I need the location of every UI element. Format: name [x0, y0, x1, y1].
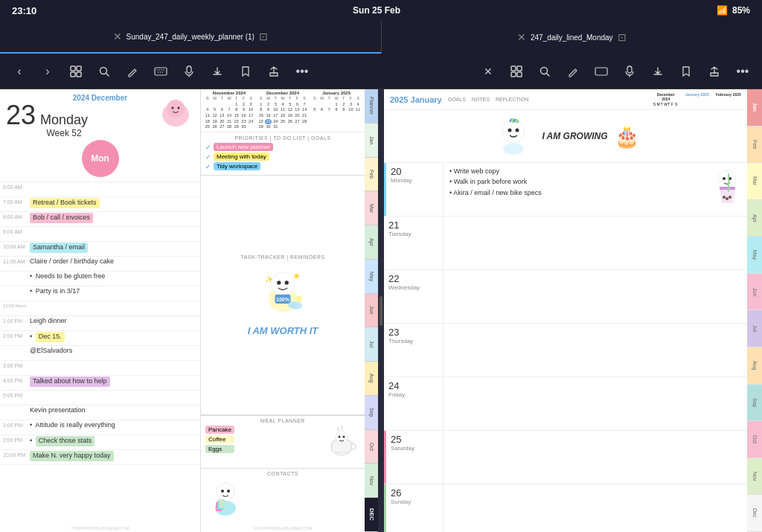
more-button-left[interactable]: •••	[289, 58, 316, 85]
edge-tab-jun[interactable]: Jun	[365, 294, 378, 328]
share-button-right[interactable]	[701, 58, 728, 85]
status-bar: 23:10 Sun 25 Feb 📶 85%	[0, 0, 762, 21]
edge-tab-aug[interactable]: Aug	[365, 362, 378, 396]
right-tab-close[interactable]: ✕	[517, 31, 526, 43]
time-entry-900: 9:00 AM	[0, 227, 200, 242]
time-label: 7:00 AM	[3, 198, 30, 205]
task-tracker-character: 100% ✨ ⭐	[257, 263, 309, 322]
talked-highlight: Talked about how to help	[30, 376, 110, 387]
day-label-saturday: 25 Saturday	[384, 431, 444, 484]
nav-goals[interactable]: GOALS	[448, 97, 466, 102]
edge-tab-nov[interactable]: Nov	[365, 464, 378, 498]
right-edge-tab-feb[interactable]: Feb	[747, 126, 762, 164]
daily-week: Week 52	[40, 128, 88, 138]
pen-button-right[interactable]	[560, 58, 586, 85]
search-button-left[interactable]	[91, 58, 118, 85]
keyboard-button-right[interactable]	[588, 58, 615, 85]
right-edge-tab-oct[interactable]: Oct	[747, 421, 762, 458]
download-button-right[interactable]	[644, 58, 671, 85]
time-content-talked: Talked about how to help	[30, 376, 197, 387]
bookmark-button-left[interactable]	[232, 58, 259, 85]
right-edge-tab-jul[interactable]: Jul	[747, 310, 762, 347]
svg-point-59	[723, 177, 726, 180]
tab-bar-right: ✕ 247_daily_lined_Monday ⊡	[382, 21, 763, 54]
grid-button-right[interactable]	[503, 58, 530, 85]
growing-section: I AM GROWING 🎂	[384, 110, 747, 163]
edge-tab-sep[interactable]: Sep	[365, 396, 378, 430]
left-tab[interactable]: ✕ Sunday_247_daily_weekly_planner (1) ⊡	[0, 21, 381, 54]
bookmark-button-right[interactable]	[673, 58, 699, 85]
day-num-24: 24	[388, 380, 438, 391]
edge-tab-oct[interactable]: Oct	[365, 430, 378, 464]
more-button-right[interactable]: •••	[729, 58, 756, 85]
grid-button-left[interactable]	[63, 58, 89, 85]
right-edge-tab-nov[interactable]: Nov	[747, 458, 762, 496]
toolbar-left: ‹ ›	[6, 58, 316, 85]
right-edge-tab-sep[interactable]: Sep	[747, 385, 762, 422]
search-button-right[interactable]	[531, 58, 558, 85]
time-content-bob: Bob / call / invoices	[30, 213, 197, 223]
mic-button-left[interactable]	[176, 58, 202, 85]
right-tab-split[interactable]: ⊡	[618, 31, 627, 43]
close-button-right[interactable]: ✕	[475, 58, 502, 85]
week-day-row-tuesday: 21 Tuesday	[384, 217, 747, 270]
left-content: 2024 December 23 Monday Week 52	[0, 89, 365, 532]
right-edge-tab-aug[interactable]: Aug	[747, 347, 762, 385]
download-button-left[interactable]	[204, 58, 231, 85]
right-edge-tab-mar[interactable]: Mar	[747, 163, 762, 200]
edge-tab-jan[interactable]: Jan	[365, 124, 378, 158]
meal-coffee: Coffee	[205, 435, 234, 443]
mini-calendars: November 2024 SMTWTFS 123 45678910 11121…	[201, 89, 365, 132]
time-entry-party: • Party is in 3/17	[0, 286, 200, 301]
edge-tab-dec[interactable]: DEC	[365, 498, 378, 532]
growing-text: I AM GROWING	[542, 131, 607, 141]
time-label: 10:00 AM	[3, 243, 30, 249]
nav-reflection[interactable]: REFLECTION	[496, 97, 528, 102]
right-edge-tab-dec[interactable]: Dec	[747, 495, 762, 532]
pen-button-left[interactable]	[119, 58, 146, 85]
task-tracker-section: TASK-TRACKER | REMINDERS	[201, 176, 365, 415]
left-doc-panel: 2024 December 23 Monday Week 52	[0, 89, 378, 532]
right-edge-tab-jun[interactable]: Jun	[747, 274, 762, 311]
share-button-left[interactable]	[260, 58, 287, 85]
day-num-23: 23	[388, 327, 438, 338]
svg-point-52	[502, 121, 525, 143]
svg-line-21	[547, 73, 550, 76]
keyboard-button-left[interactable]	[147, 58, 174, 85]
right-edge-tab-apr[interactable]: Apr	[747, 200, 762, 237]
right-tab[interactable]: ✕ 247_daily_lined_Monday ⊡	[382, 21, 763, 54]
time-label-dec: 2:00 PM	[3, 332, 30, 339]
svg-text:⭐: ⭐	[293, 272, 300, 278]
left-tab-split[interactable]: ⊡	[259, 31, 268, 42]
back-button[interactable]: ‹	[6, 58, 33, 85]
nav-notes[interactable]: NOTES	[472, 97, 490, 102]
right-edge-tab-may[interactable]: May	[747, 237, 762, 274]
edge-tab-jul[interactable]: Jul	[365, 327, 378, 362]
split-divider[interactable]	[378, 89, 384, 532]
time-label-leigh: 1:00 PM	[3, 317, 30, 324]
day-name-tuesday: Tuesday	[388, 231, 438, 237]
svg-rect-18	[511, 72, 516, 77]
left-tab-close[interactable]: ✕	[113, 31, 122, 42]
right-mini-cal-feb: February 2025	[716, 92, 741, 106]
time-label-empty3	[3, 347, 30, 348]
edge-tab-feb[interactable]: Feb	[365, 158, 378, 192]
growing-character	[491, 113, 536, 159]
right-edge-tab-jan[interactable]: Jan	[747, 89, 762, 126]
day-content-thursday	[444, 324, 747, 376]
daily-dayname: Monday Week 52	[40, 112, 88, 138]
edge-tab-planner[interactable]: Planner	[365, 89, 378, 124]
cake-character: 🎂	[614, 124, 640, 149]
day-num-25: 25	[391, 434, 438, 445]
make-highlight: Make N. very happy today	[30, 451, 114, 461]
day-num-20: 20	[391, 166, 438, 177]
mic-button-right[interactable]	[616, 58, 643, 85]
right-mini-cal-dec: December 2024 SMTWTFS	[653, 92, 679, 106]
edge-tab-apr[interactable]: Apr	[365, 225, 378, 260]
edge-tab-mar[interactable]: Mar	[365, 191, 378, 225]
mini-cal-dec: December 2024 SMTWTFS 1234567 8910111213…	[257, 91, 308, 130]
forward-button[interactable]: ›	[34, 58, 61, 85]
edge-tab-may[interactable]: May	[365, 260, 378, 294]
mon-sticker: Mon	[82, 140, 119, 177]
samantha-highlight: Samantha / email	[30, 243, 88, 253]
